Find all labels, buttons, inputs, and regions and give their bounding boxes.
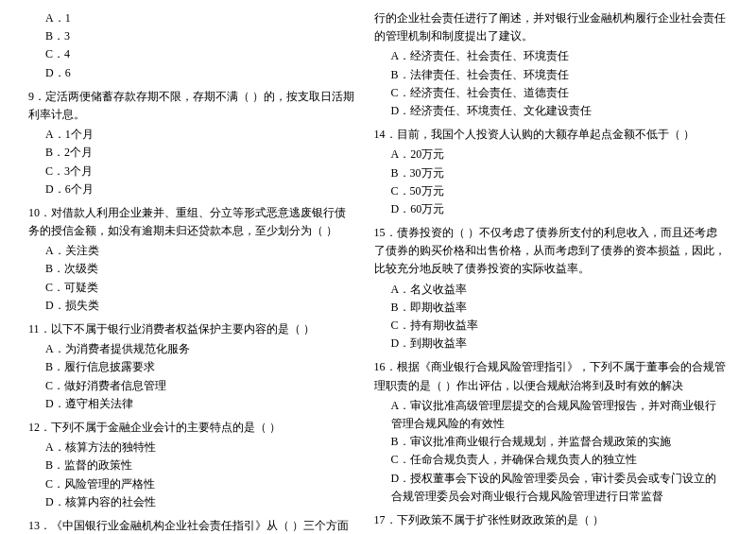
q9-option-c: C．3个月 [28, 163, 355, 181]
q16-option-a: A．审议批准高级管理层提交的合规风险管理报告，并对商业银行管理合规风险的有效性 [374, 397, 728, 433]
q10-option-d: D．损失类 [28, 297, 355, 315]
question-17-text: 17．下列政策不属于扩张性财政政策的是（ ） [374, 511, 728, 529]
q15-option-b: B．即期收益率 [374, 299, 728, 317]
q15-option-d: D．到期收益率 [374, 335, 728, 353]
q15-option-a: A．名义收益率 [374, 281, 728, 299]
q10-option-b: B．次级类 [28, 260, 355, 278]
q12-option-d: D．核算内容的社会性 [28, 493, 355, 511]
question-12-text: 12．下列不属于金融企业会计的主要特点的是（ ） [28, 419, 355, 437]
question-13-block: 13．《中国银行业金融机构企业社会责任指引》从（ ）三个方面对银行业金融机构应履 [28, 517, 355, 534]
question-10-block: 10．对借款人利用企业兼并、重组、分立等形式恶意逃废银行债务的授信金额，如没有逾… [28, 204, 355, 315]
q15-option-c: C．持有期收益率 [374, 317, 728, 335]
question-14-text: 14．目前，我国个人投资人认购的大额存单起点金额不低于（ ） [374, 126, 728, 144]
q14-option-b: B．30万元 [374, 164, 728, 182]
question-14-block: 14．目前，我国个人投资人认购的大额存单起点金额不低于（ ） A．20万元 B．… [374, 126, 728, 218]
question-block-prev-options: A．1 B．3 C．4 D．6 [28, 9, 355, 82]
question-15-block: 15．债券投资的（ ）不仅考虑了债券所支付的利息收入，而且还考虑了债券的购买价格… [374, 224, 728, 353]
q12-option-c: C．风险管理的严格性 [28, 475, 355, 493]
exam-page: A．1 B．3 C．4 D．6 9．定活两便储蓄存款存期不限，存期不满（ ）的，… [28, 9, 728, 534]
q12-option-b: B．监督的政策性 [28, 456, 355, 474]
q16-option-d: D．授权董事会下设的风险管理委员会，审计委员会或专门设立的合规管理委员会对商业银… [374, 470, 728, 506]
q13-continuation-text: 行的企业社会责任进行了阐述，并对银行业金融机构履行企业社会责任的管理机制和制度提… [374, 9, 728, 45]
q13-option-d: D．经济责任、环境责任、文化建设责任 [374, 102, 728, 120]
q9-option-a: A．1个月 [28, 126, 355, 144]
q10-option-a: A．关注类 [28, 242, 355, 260]
option-b1: B．3 [28, 27, 355, 45]
right-column: 行的企业社会责任进行了阐述，并对银行业金融机构履行企业社会责任的管理机制和制度提… [374, 9, 728, 534]
q13-continuation-block: 行的企业社会责任进行了阐述，并对银行业金融机构履行企业社会责任的管理机制和制度提… [374, 9, 728, 120]
q14-option-a: A．20万元 [374, 146, 728, 164]
question-17-block: 17．下列政策不属于扩张性财政政策的是（ ） [374, 511, 728, 529]
option-c1: C．4 [28, 45, 355, 63]
question-12-block: 12．下列不属于金融企业会计的主要特点的是（ ） A．核算方法的独特性 B．监督… [28, 419, 355, 511]
q16-option-c: C．任命合规负责人，并确保合规负责人的独立性 [374, 451, 728, 469]
q11-option-a: A．为消费者提供规范化服务 [28, 340, 355, 358]
option-a1: A．1 [28, 9, 355, 27]
q14-option-d: D．60万元 [374, 200, 728, 218]
question-9-block: 9．定活两便储蓄存款存期不限，存期不满（ ）的，按支取日活期利率计息。 A．1个… [28, 88, 355, 198]
question-11-block: 11．以下不属于银行业消费者权益保护主要内容的是（ ） A．为消费者提供规范化服… [28, 320, 355, 413]
two-column-layout: A．1 B．3 C．4 D．6 9．定活两便储蓄存款存期不限，存期不满（ ）的，… [28, 9, 728, 534]
q16-option-b: B．审议批准商业银行合规规划，并监督合规政策的实施 [374, 433, 728, 451]
question-16-text: 16．根据《商业银行合规风险管理指引》，下列不属于董事会的合规管理职责的是（ ）… [374, 358, 728, 394]
q9-option-b: B．2个月 [28, 144, 355, 162]
q13-option-c: C．经济责任、社会责任、道德责任 [374, 84, 728, 102]
q12-option-a: A．核算方法的独特性 [28, 439, 355, 456]
question-10-text: 10．对借款人利用企业兼并、重组、分立等形式恶意逃废银行债务的授信金额，如没有逾… [28, 204, 355, 240]
q9-option-d: D．6个月 [28, 181, 355, 198]
question-11-text: 11．以下不属于银行业消费者权益保护主要内容的是（ ） [28, 320, 355, 338]
q14-option-c: C．50万元 [374, 182, 728, 200]
q11-option-b: B．履行信息披露要求 [28, 358, 355, 376]
q13-option-a: A．经济责任、社会责任、环境责任 [374, 47, 728, 65]
question-15-text: 15．债券投资的（ ）不仅考虑了债券所支付的利息收入，而且还考虑了债券的购买价格… [374, 224, 728, 279]
left-column: A．1 B．3 C．4 D．6 9．定活两便储蓄存款存期不限，存期不满（ ）的，… [28, 9, 355, 534]
q10-option-c: C．可疑类 [28, 279, 355, 297]
question-9-text: 9．定活两便储蓄存款存期不限，存期不满（ ）的，按支取日活期利率计息。 [28, 88, 355, 124]
question-13-text: 13．《中国银行业金融机构企业社会责任指引》从（ ）三个方面对银行业金融机构应履 [28, 517, 355, 534]
question-16-block: 16．根据《商业银行合规风险管理指引》，下列不属于董事会的合规管理职责的是（ ）… [374, 358, 728, 506]
q13-option-b: B．法律责任、社会责任、环境责任 [374, 66, 728, 84]
option-d1: D．6 [28, 64, 355, 82]
q11-option-c: C．做好消费者信息管理 [28, 377, 355, 395]
q11-option-d: D．遵守相关法律 [28, 395, 355, 413]
